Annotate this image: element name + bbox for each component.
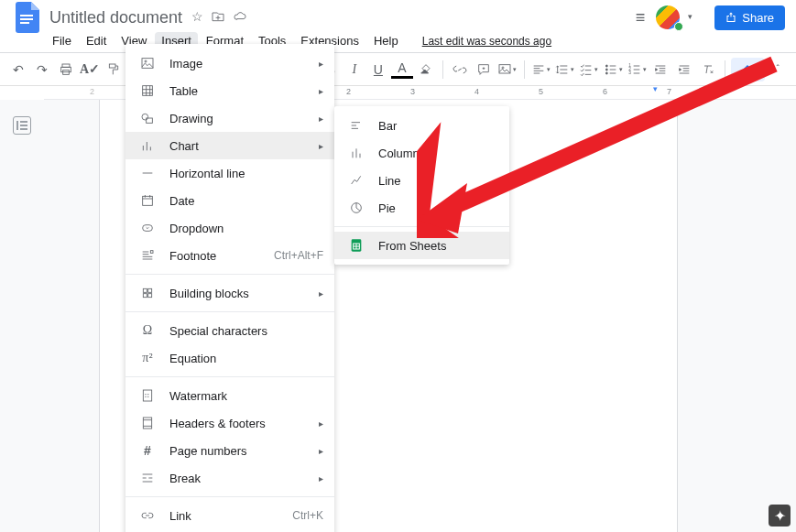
footnote-icon — [138, 246, 157, 265]
highlight-button[interactable] — [415, 58, 437, 81]
svg-rect-23 — [143, 288, 147, 292]
image-button[interactable] — [496, 58, 518, 81]
text-color-button[interactable]: A — [391, 60, 413, 79]
align-button[interactable] — [530, 58, 552, 81]
underline-button[interactable]: U — [367, 58, 389, 81]
svg-point-10 — [605, 69, 607, 71]
star-icon[interactable]: ☆ — [191, 9, 203, 27]
indent-decrease-button[interactable] — [649, 58, 671, 81]
explore-button[interactable]: ✦ — [769, 505, 791, 527]
meet-icon[interactable]: ▾ — [656, 5, 680, 29]
menu-watermark[interactable]: Watermark — [125, 382, 334, 409]
svg-rect-3 — [62, 64, 70, 67]
svg-rect-2 — [20, 22, 29, 24]
svg-rect-20 — [143, 196, 153, 205]
menu-footnote[interactable]: FootnoteCtrl+Alt+F — [125, 242, 334, 269]
svg-rect-22 — [150, 251, 153, 254]
menu-image[interactable]: Image▸ — [125, 49, 334, 77]
break-icon — [138, 469, 157, 487]
column-icon — [347, 144, 365, 162]
last-edit[interactable]: Last edit was seconds ago — [416, 33, 558, 49]
indent-increase-button[interactable] — [673, 58, 695, 81]
svg-point-9 — [605, 65, 607, 67]
chart-icon — [138, 136, 157, 155]
dropdown-icon — [138, 219, 157, 237]
image-icon — [138, 54, 157, 72]
move-icon[interactable] — [211, 9, 225, 27]
expand-up-button[interactable]: ˆ — [767, 58, 789, 81]
menu-blocks[interactable]: Building blocks▸ — [125, 279, 334, 307]
svg-rect-1 — [20, 18, 33, 20]
svg-point-11 — [605, 72, 607, 74]
comment-history-icon[interactable]: ≡ — [636, 8, 646, 27]
menu-headers[interactable]: Headers & footers▸ — [125, 409, 334, 437]
drawing-icon — [138, 109, 157, 127]
chart-pie[interactable]: Pie — [334, 194, 509, 222]
menu-chart[interactable]: Chart▸ — [125, 132, 334, 159]
menu-hr[interactable]: Horizontal line — [125, 159, 334, 187]
link-icon — [138, 506, 157, 525]
chart-column[interactable]: Column — [334, 139, 509, 167]
svg-rect-6 — [109, 64, 115, 68]
insert-menu: Image▸ Table▸ Drawing▸ Chart▸ Horizontal… — [125, 44, 334, 532]
svg-point-18 — [142, 114, 148, 120]
menu-pagenum[interactable]: #Page numbers▸ — [125, 437, 334, 464]
blocks-icon — [138, 284, 157, 302]
headers-icon — [138, 414, 157, 432]
comment-button[interactable] — [473, 58, 495, 81]
menu-date[interactable]: Date — [125, 187, 334, 214]
date-icon — [138, 191, 157, 210]
menu-file[interactable]: File — [46, 32, 78, 49]
editmode-button[interactable] — [731, 58, 765, 81]
menu-edit[interactable]: Edit — [80, 32, 113, 49]
svg-rect-0 — [20, 15, 33, 16]
link-button[interactable] — [449, 58, 471, 81]
svg-rect-28 — [143, 418, 151, 429]
svg-point-16 — [145, 60, 147, 62]
watermark-icon — [138, 386, 157, 405]
svg-rect-26 — [148, 294, 152, 298]
spellcheck-icon[interactable]: A✓ — [79, 58, 101, 81]
share-button[interactable]: Share — [714, 5, 785, 30]
svg-rect-25 — [143, 294, 147, 298]
sheets-icon — [347, 236, 365, 255]
svg-point-8 — [502, 67, 504, 69]
clearformat-button[interactable] — [697, 58, 719, 81]
chart-line[interactable]: Line — [334, 167, 509, 194]
menu-table[interactable]: Table▸ — [125, 77, 334, 104]
svg-rect-24 — [148, 288, 152, 292]
menu-special[interactable]: ΩSpecial characters — [125, 317, 334, 344]
numberlist-button[interactable]: 123 — [626, 58, 648, 81]
menu-drawing[interactable]: Drawing▸ — [125, 104, 334, 132]
svg-text:3: 3 — [628, 71, 631, 75]
menu-link[interactable]: LinkCtrl+K — [125, 502, 334, 529]
cloud-icon[interactable] — [233, 9, 247, 27]
document-title[interactable]: Untitled document — [49, 8, 182, 27]
svg-rect-21 — [143, 225, 153, 232]
chart-submenu: Bar Column Line Pie From Sheets — [334, 106, 509, 265]
docs-logo[interactable] — [11, 1, 44, 34]
pie-icon — [347, 199, 365, 217]
paint-format-icon[interactable] — [103, 58, 125, 81]
chart-from-sheets[interactable]: From Sheets — [334, 232, 509, 259]
line-icon — [347, 171, 365, 190]
menu-help[interactable]: Help — [367, 32, 405, 49]
menu-dropdown[interactable]: Dropdown — [125, 214, 334, 242]
outline-toggle-icon[interactable] — [13, 116, 31, 135]
bulletlist-button[interactable] — [602, 58, 624, 81]
print-icon[interactable] — [55, 58, 77, 81]
chart-bar[interactable]: Bar — [334, 112, 509, 139]
omega-icon: Ω — [138, 321, 157, 340]
linespace-button[interactable] — [554, 58, 576, 81]
redo-icon[interactable]: ↷ — [31, 58, 53, 81]
pi-icon: π² — [138, 349, 157, 367]
menu-break[interactable]: Break▸ — [125, 464, 334, 492]
menu-equation[interactable]: π²Equation — [125, 344, 334, 372]
hr-icon — [138, 164, 157, 182]
table-icon — [138, 81, 157, 100]
menubar: File Edit View Insert Format Tools Exten… — [0, 29, 796, 53]
italic-button[interactable]: I — [343, 58, 365, 81]
checklist-button[interactable] — [578, 58, 600, 81]
undo-icon[interactable]: ↶ — [7, 58, 29, 81]
toolbar: ↶ ↷ A✓ 11 + B I U A 123 ˆ — [0, 53, 796, 86]
